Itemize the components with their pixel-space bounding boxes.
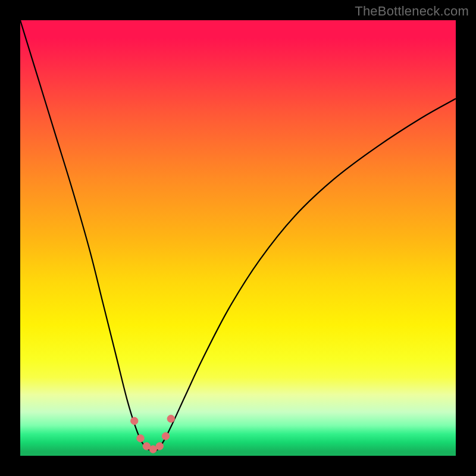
chart-frame: TheBottleneck.com — [0, 0, 476, 476]
curve-marker — [137, 435, 144, 442]
curve-marker — [167, 415, 174, 422]
watermark-text: TheBottleneck.com — [355, 4, 469, 19]
curve-layer — [20, 20, 456, 456]
plot-area — [20, 20, 456, 456]
curve-marker — [156, 443, 163, 450]
bottleneck-curve — [20, 20, 456, 452]
curve-marker — [131, 417, 138, 424]
curve-marker — [162, 433, 169, 440]
curve-markers — [131, 415, 175, 453]
